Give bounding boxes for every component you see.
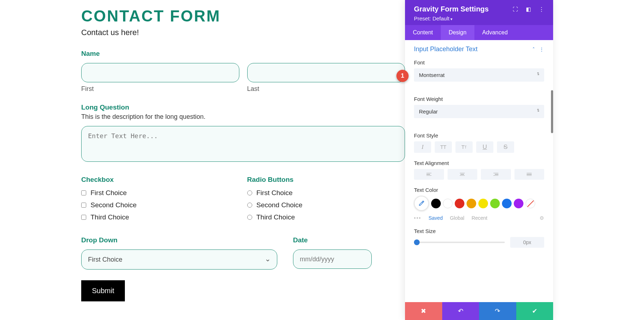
radio-input[interactable] — [247, 215, 252, 220]
align-center-button[interactable] — [448, 169, 478, 180]
panel-footer: ✖ ↶ ↷ ✔ — [405, 302, 553, 320]
color-label: Text Color — [414, 187, 544, 193]
more-colors-icon[interactable]: ••• — [414, 215, 421, 221]
dropdown-select[interactable]: First Choice — [81, 249, 277, 270]
tab-content[interactable]: Content — [405, 25, 441, 40]
gear-icon[interactable]: ⚙ — [540, 215, 544, 221]
panel-title: Gravity Form Settings — [414, 5, 489, 13]
name-label: Name — [81, 50, 405, 58]
slider-thumb[interactable] — [414, 239, 420, 245]
color-swatch[interactable] — [478, 199, 488, 208]
settings-panel: Gravity Form Settings ⛶ ◧ ⋮ Preset: Defa… — [405, 0, 553, 320]
annotation-marker: 1 — [396, 70, 409, 82]
radio-input[interactable] — [247, 190, 252, 195]
panel-header: Gravity Form Settings ⛶ ◧ ⋮ Preset: Defa… — [405, 0, 553, 25]
radio-option: Third Choice — [247, 213, 405, 221]
expand-icon[interactable]: ⛶ — [513, 6, 518, 12]
submit-button[interactable]: Submit — [81, 280, 125, 301]
font-select[interactable]: Montserrat — [414, 68, 544, 82]
align-right-button[interactable] — [481, 169, 511, 180]
size-value-input[interactable] — [510, 237, 544, 248]
checkbox-option: Third Choice — [81, 213, 239, 221]
name-first-input[interactable] — [81, 63, 239, 82]
form-preview: CONTACT FORM Contact us here! Name First… — [0, 0, 405, 301]
redo-button[interactable]: ↷ — [479, 302, 516, 320]
apply-button[interactable]: ✔ — [516, 302, 553, 320]
color-swatch[interactable] — [502, 199, 512, 208]
menu-icon[interactable]: ⋮ — [539, 6, 544, 13]
smallcaps-button[interactable]: TT — [455, 141, 473, 153]
checkbox-option: First Choice — [81, 189, 239, 197]
color-swatch[interactable] — [431, 199, 441, 208]
size-label: Text Size — [414, 228, 544, 234]
name-last-sublabel: Last — [247, 85, 405, 93]
font-label: Font — [414, 59, 544, 66]
date-label: Date — [293, 236, 372, 244]
checkbox-input[interactable] — [81, 190, 86, 195]
long-question-label: Long Question — [81, 103, 405, 111]
color-tab-saved[interactable]: Saved — [429, 215, 443, 221]
section-header[interactable]: Input Placeholder Text ˄ ⋮ — [414, 45, 544, 53]
align-left-button[interactable] — [414, 169, 444, 180]
section-menu-icon[interactable]: ⋮ — [539, 47, 544, 52]
weight-label: Font Weight — [414, 96, 544, 102]
checkbox-label: Checkbox — [81, 176, 239, 184]
color-swatch[interactable] — [443, 199, 453, 208]
name-last-input[interactable] — [247, 63, 405, 82]
no-color-swatch[interactable] — [526, 199, 535, 208]
eyedropper-icon[interactable] — [414, 196, 429, 211]
style-label: Font Style — [414, 132, 544, 139]
form-subtitle: Contact us here! — [81, 28, 405, 37]
checkbox-option: Second Choice — [81, 201, 239, 209]
tab-design[interactable]: Design — [441, 25, 474, 40]
strikethrough-button[interactable]: S — [497, 141, 514, 153]
size-slider[interactable] — [414, 242, 505, 243]
color-swatch[interactable] — [455, 199, 464, 208]
color-swatch[interactable] — [490, 199, 500, 208]
form-title: CONTACT FORM — [81, 7, 405, 25]
name-first-sublabel: First — [81, 85, 239, 93]
italic-button[interactable]: I — [414, 141, 431, 153]
checkbox-input[interactable] — [81, 203, 86, 208]
align-justify-button[interactable] — [514, 169, 545, 180]
undo-button[interactable]: ↶ — [442, 302, 479, 320]
tab-advanced[interactable]: Advanced — [474, 25, 516, 40]
color-tab-recent[interactable]: Recent — [472, 215, 487, 221]
underline-button[interactable]: U — [476, 141, 493, 153]
long-question-desc: This is the description for the long que… — [81, 113, 405, 121]
date-input[interactable] — [293, 249, 372, 269]
color-swatch[interactable] — [514, 199, 523, 208]
dock-icon[interactable]: ◧ — [526, 6, 531, 13]
panel-body: Input Placeholder Text ˄ ⋮ Font Montserr… — [405, 40, 553, 302]
panel-tabs: Content Design Advanced — [405, 25, 553, 40]
align-label: Text Alignment — [414, 160, 544, 166]
uppercase-button[interactable]: TT — [435, 141, 452, 153]
radio-option: Second Choice — [247, 201, 405, 209]
weight-select[interactable]: Regular — [414, 105, 544, 118]
color-tab-global[interactable]: Global — [450, 215, 464, 221]
dropdown-label: Drop Down — [81, 236, 277, 244]
chevron-up-icon[interactable]: ˄ — [532, 47, 535, 52]
preset-selector[interactable]: Preset: Default — [414, 15, 544, 21]
scrollbar[interactable] — [551, 90, 553, 133]
long-question-textarea[interactable] — [81, 126, 405, 162]
radio-option: First Choice — [247, 189, 405, 197]
color-swatch[interactable] — [467, 199, 476, 208]
radio-label: Radio Buttons — [247, 176, 405, 184]
radio-input[interactable] — [247, 203, 252, 208]
cancel-button[interactable]: ✖ — [405, 302, 442, 320]
checkbox-input[interactable] — [81, 215, 86, 220]
